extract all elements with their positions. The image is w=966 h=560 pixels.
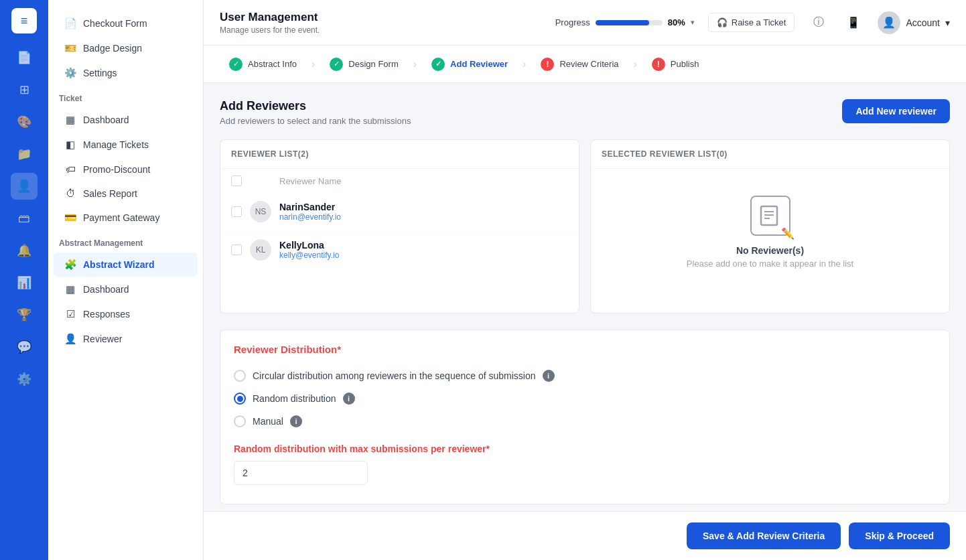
reviewer-checkbox-2[interactable] bbox=[231, 244, 242, 255]
step-review-criteria[interactable]: ! Review Criteria bbox=[531, 54, 628, 75]
step-error-icon: ! bbox=[541, 58, 554, 71]
nav-item-settings[interactable]: ⚙️ Settings bbox=[54, 61, 198, 85]
nav-item-dashboard[interactable]: ▦ Dashboard bbox=[54, 108, 198, 132]
step-divider: › bbox=[312, 58, 315, 70]
reviewer-checkbox-1[interactable] bbox=[231, 206, 242, 217]
nav-item-abstract-dashboard[interactable]: ▦ Dashboard bbox=[54, 277, 198, 301]
nav-icon-grid[interactable]: ⊞ bbox=[11, 76, 38, 103]
page-subtitle: Add reviewers to select and rank the sub… bbox=[220, 116, 411, 126]
account-button[interactable]: 👤 Account ▾ bbox=[878, 11, 950, 34]
step-label: Add Reviewer bbox=[450, 59, 508, 69]
nav-icon-user[interactable]: 👤 bbox=[11, 173, 38, 200]
reviewer-info-1: NarinSander narin@eventify.io bbox=[279, 202, 341, 222]
step-check-icon: ✓ bbox=[431, 58, 445, 71]
promo-discount-icon: 🏷 bbox=[64, 163, 76, 175]
info-icon-circular[interactable]: i bbox=[543, 370, 555, 382]
nav-icon-palette[interactable]: 🎨 bbox=[11, 109, 38, 135]
radio-label-circular: Circular distribution among reviewers in… bbox=[253, 370, 536, 381]
settings-icon: ⚙️ bbox=[64, 67, 76, 79]
progress-percent: 80% bbox=[668, 17, 685, 27]
nav-item-badge-design[interactable]: 🎫 Badge Design bbox=[54, 36, 198, 60]
reviewer-nav-icon: 👤 bbox=[64, 333, 76, 345]
page-body: Add Reviewers Add reviewers to select an… bbox=[204, 83, 966, 511]
steps-bar: ✓ Abstract Info › ✓ Design Form › ✓ Add … bbox=[204, 46, 966, 83]
responses-icon: ☑ bbox=[64, 308, 76, 320]
nav-item-reviewer[interactable]: 👤 Reviewer bbox=[54, 327, 198, 351]
nav-item-responses[interactable]: ☑ Responses bbox=[54, 302, 198, 326]
step-add-reviewer[interactable]: ✓ Add Reviewer bbox=[422, 54, 517, 75]
distribution-title: Reviewer Distribution* bbox=[234, 344, 936, 355]
info-icon-manual[interactable]: i bbox=[290, 415, 302, 427]
step-label: Review Criteria bbox=[559, 59, 618, 69]
skip-proceed-button[interactable]: Skip & Proceed bbox=[849, 522, 950, 549]
ticket-section-label: Ticket bbox=[48, 86, 203, 107]
step-check-icon: ✓ bbox=[229, 58, 243, 71]
payment-gateway-icon: 💳 bbox=[64, 212, 76, 224]
nav-item-abstract-wizard[interactable]: 🧩 Abstract Wizard bbox=[54, 253, 198, 277]
page-header-left: Add Reviewers Add reviewers to select an… bbox=[220, 99, 411, 126]
step-check-icon: ✓ bbox=[330, 58, 343, 71]
step-divider: › bbox=[413, 58, 417, 70]
step-divider: › bbox=[634, 58, 637, 70]
radio-option-circular[interactable]: Circular distribution among reviewers in… bbox=[234, 364, 936, 387]
nav-item-promo-discount[interactable]: 🏷 Promo-Discount bbox=[54, 157, 198, 181]
radio-manual[interactable] bbox=[234, 415, 246, 427]
abstract-wizard-icon: 🧩 bbox=[64, 259, 76, 271]
max-submissions-label: Random distribution with max submissions… bbox=[234, 443, 936, 454]
raise-ticket-button[interactable]: 🎧 Raise a Ticket bbox=[708, 13, 795, 32]
avatar: KL bbox=[250, 239, 271, 261]
empty-state-icon: ✏️ bbox=[750, 196, 790, 236]
progress-section: Progress 80% ▾ bbox=[555, 17, 695, 27]
nav-item-payment-gateway[interactable]: 💳 Payment Gateway bbox=[54, 206, 198, 230]
checkout-form-icon: 📄 bbox=[64, 17, 76, 29]
reviewer-email: kelly@eventify.io bbox=[279, 251, 339, 260]
add-new-reviewer-button[interactable]: Add New reviewer bbox=[842, 99, 950, 123]
radio-option-random[interactable]: Random distribution i bbox=[234, 387, 936, 410]
nav-icon-gear[interactable]: ⚙️ bbox=[11, 366, 38, 393]
max-submissions-section: Random distribution with max submissions… bbox=[234, 443, 936, 490]
topbar-title-section: User Management Manage users for the eve… bbox=[220, 11, 320, 35]
radio-random[interactable] bbox=[234, 393, 246, 405]
app-subtitle: Manage users for the event. bbox=[220, 25, 320, 35]
table-row: NS NarinSander narin@eventify.io bbox=[220, 193, 579, 231]
nav-icon-box[interactable]: 🗃 bbox=[11, 205, 38, 232]
step-label: Abstract Info bbox=[248, 59, 297, 69]
progress-bar bbox=[596, 20, 663, 25]
selected-reviewer-panel: SELECTED REVIEWER LIST(0) ✏️ No Reviewe bbox=[590, 139, 950, 313]
nav-icon-folder[interactable]: 📁 bbox=[11, 141, 38, 167]
radio-circular[interactable] bbox=[234, 370, 246, 382]
nav-item-sales-report[interactable]: ⏱ Sales Report bbox=[54, 182, 198, 205]
reviewer-name: NarinSander bbox=[279, 202, 341, 212]
main-content: User Management Manage users for the eve… bbox=[204, 0, 966, 560]
nav-icon-trophy[interactable]: 🏆 bbox=[11, 301, 38, 328]
radio-label-manual: Manual bbox=[253, 416, 283, 427]
step-design-form[interactable]: ✓ Design Form bbox=[320, 54, 407, 75]
radio-option-manual[interactable]: Manual i bbox=[234, 410, 936, 433]
manage-tickets-icon: ◧ bbox=[64, 139, 76, 151]
nav-icon-chat[interactable]: 💬 bbox=[11, 334, 38, 360]
app-logo[interactable]: ≡ bbox=[11, 8, 37, 33]
page-footer: Save & Add Review Criteria Skip & Procee… bbox=[204, 511, 966, 560]
nav-item-checkout-form[interactable]: 📄 Checkout Form bbox=[54, 11, 198, 36]
save-add-review-criteria-button[interactable]: Save & Add Review Criteria bbox=[687, 522, 841, 549]
nav-item-manage-tickets[interactable]: ◧ Manage Tickets bbox=[54, 133, 198, 157]
step-label: Publish bbox=[671, 59, 699, 69]
max-submissions-input[interactable] bbox=[234, 461, 368, 485]
progress-dropdown-icon[interactable]: ▾ bbox=[691, 18, 695, 27]
step-publish[interactable]: ! Publish bbox=[642, 54, 709, 75]
abstract-section-label: Abstract Management bbox=[48, 230, 203, 252]
mobile-preview-button[interactable]: 📱 bbox=[843, 12, 864, 33]
headphone-icon: 🎧 bbox=[717, 17, 728, 27]
info-button[interactable]: ⓘ bbox=[808, 12, 829, 33]
nav-icon-bell[interactable]: 🔔 bbox=[11, 237, 38, 264]
reviewer-email: narin@eventify.io bbox=[279, 212, 341, 222]
nav-icon-document[interactable]: 📄 bbox=[11, 44, 38, 71]
nav-icon-chart[interactable]: 📊 bbox=[11, 269, 38, 296]
info-icon-random[interactable]: i bbox=[343, 393, 355, 405]
step-abstract-info[interactable]: ✓ Abstract Info bbox=[220, 54, 306, 75]
select-all-checkbox[interactable] bbox=[231, 176, 242, 186]
selected-reviewer-header: SELECTED REVIEWER LIST(0) bbox=[591, 140, 949, 169]
topbar-right: Progress 80% ▾ 🎧 Raise a Ticket ⓘ 📱 👤 Ac… bbox=[555, 11, 950, 34]
progress-label: Progress bbox=[555, 17, 590, 27]
icon-sidebar: ≡ 📄 ⊞ 🎨 📁 👤 🗃 🔔 📊 🏆 💬 ⚙️ bbox=[0, 0, 48, 560]
